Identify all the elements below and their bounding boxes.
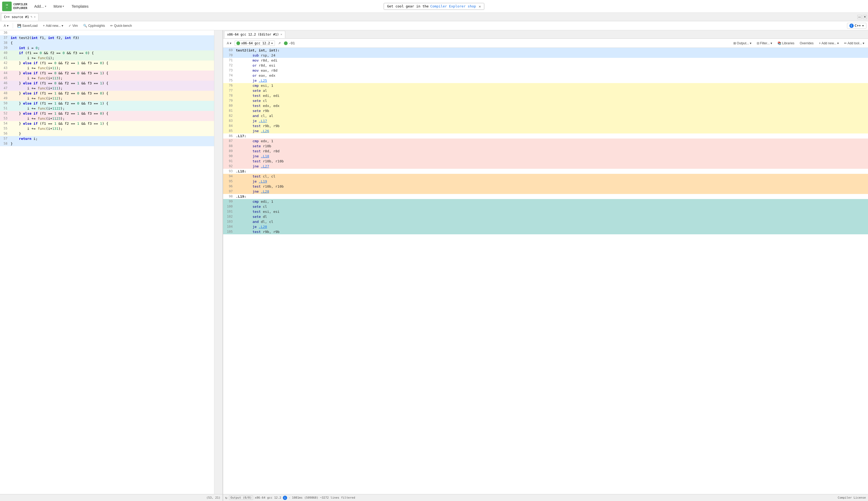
code-line: 43 i += func(i+11); <box>0 65 214 71</box>
asm-line: 71 mov r8d, edi <box>223 58 868 63</box>
asm-line-number: 95 <box>223 179 235 184</box>
reload-icon[interactable]: ↻ <box>225 496 227 500</box>
line-number: 51 <box>0 106 10 111</box>
output-button[interactable]: ⊞ Output... ▾ <box>731 41 754 46</box>
optimization-flags-input[interactable] <box>289 41 302 45</box>
promo-link[interactable]: Compiler Explorer shop <box>430 4 476 8</box>
quick-bench-button[interactable]: ✏ Quick-bench <box>108 23 134 29</box>
filter-icon: ⊟ <box>757 41 759 45</box>
asm-instruction: cmp <box>253 200 259 204</box>
asm-instruction: je <box>253 78 257 83</box>
asm-line-content: mov eax, r8d <box>235 68 868 73</box>
asm-line: 75 je .L25 <box>223 78 868 83</box>
filter-button[interactable]: ⊟ Filter... ▾ <box>755 41 774 46</box>
asm-a-button[interactable]: A ▾ <box>225 41 233 46</box>
asm-line: 73 mov eax, r8d <box>223 68 868 73</box>
code-editor-panel: 3637int test2(int f1, int f2, int f3)38{… <box>0 30 223 501</box>
asm-tab-close[interactable]: ✕ <box>281 33 282 36</box>
asm-instruction: je <box>253 225 257 229</box>
code-line: 36 <box>0 30 214 35</box>
asm-operands: esi, 1 <box>259 84 273 87</box>
asm-line-content: je .L25 <box>235 78 868 83</box>
asm-line-number: 105 <box>223 229 235 234</box>
asm-line-content: sete r10b <box>235 143 868 149</box>
asm-jump-target[interactable]: .L18 <box>261 154 269 158</box>
asm-label: .L18: <box>236 169 246 173</box>
vim-button[interactable]: ✓ Vim <box>66 23 80 29</box>
add-tool-button[interactable]: ✏ Add tool... ▾ <box>842 41 866 46</box>
line-content: } else if (f1 == 0 && f2 == 1 && f3 == 1… <box>10 81 214 86</box>
logo: CE ⚙ COMPILER EXPLORER <box>2 2 27 11</box>
asm-line-number: 75 <box>223 78 235 83</box>
asm-line-content: sete al <box>235 88 868 93</box>
asm-line-number: 100 <box>223 204 235 209</box>
output-caret-icon: ▾ <box>750 41 751 45</box>
line-content: i += func(i+1123); <box>10 116 214 121</box>
asm-jump-target[interactable]: .L20 <box>259 225 267 229</box>
asm-line-content: and dl, cl <box>235 219 868 224</box>
asm-instruction: sete <box>253 215 261 218</box>
asm-operands: cl, cl <box>261 174 275 178</box>
line-number: 45 <box>0 76 10 81</box>
line-number: 57 <box>0 136 10 141</box>
language-selector[interactable]: C C++ ▾ <box>847 23 866 29</box>
editor-a-button[interactable]: A ▾ <box>2 23 11 29</box>
asm-line-content: cmp edi, 1 <box>235 199 868 204</box>
compiler-license[interactable]: Compiler License <box>838 496 866 499</box>
asm-tab[interactable]: x86-64 gcc 12.2 (Editor #1) ✕ <box>224 31 285 38</box>
templates-button[interactable]: Templates <box>69 3 91 10</box>
asm-line: 70 sub rsp, 24 <box>223 53 868 58</box>
libraries-button[interactable]: 📚 Libraries <box>775 41 796 46</box>
compiler-selector[interactable]: x86-64 gcc 12.2 ▾ <box>234 41 275 46</box>
asm-jump-target[interactable]: .L28 <box>261 190 269 193</box>
asm-scroll-area[interactable]: 69test2(int, int, int):70 sub rsp, 2471 … <box>223 48 868 494</box>
asm-line-number: 89 <box>223 149 235 154</box>
asm-instruction: sete <box>253 109 261 113</box>
editor-tab-cpp[interactable]: C++ source #1 ✎ ✕ <box>1 13 39 21</box>
asm-line: 105 test r9b, r9b <box>223 229 868 234</box>
close-window-button[interactable]: ✕ <box>863 15 867 19</box>
add-new-button[interactable]: + Add new... ▾ <box>41 23 65 29</box>
lib-icon: 📚 <box>777 41 782 45</box>
asm-line: 79 sete cl <box>223 98 868 103</box>
asm-instruction: test <box>253 124 261 128</box>
a-caret-icon: ▾ <box>7 24 9 28</box>
code-scroll-area[interactable]: 3637int test2(int f1, int f2, int f3)38{… <box>0 30 214 494</box>
more-button[interactable]: More ▾ <box>51 3 67 10</box>
asm-line: 94 test cl, cl <box>223 174 868 179</box>
promo-close-button[interactable]: ✕ <box>479 4 481 9</box>
editor-tab-close[interactable]: ✕ <box>34 15 36 19</box>
compiler-label: x86-64 gcc 12.2 <box>255 496 281 499</box>
asm-jump-target[interactable]: .L27 <box>261 164 269 168</box>
asm-line: 99 cmp edi, 1 <box>223 199 868 204</box>
overrides-button[interactable]: Overrides <box>798 41 816 46</box>
asm-line: 103 and dl, cl <box>223 219 868 224</box>
asm-line-number: 72 <box>223 63 235 68</box>
save-load-button[interactable]: 💾 Save/Load <box>15 23 40 29</box>
svg-text:CE: CE <box>6 4 8 6</box>
asm-status-bar: ↻ Output (0/0) x86-64 gcc 12.2 i - 1081m… <box>223 494 868 501</box>
asm-operands: r9b, r9b <box>261 230 280 234</box>
line-content: } else if (f1 == 1 && f2 == 0 && f3 == 0… <box>10 91 214 96</box>
asm-jump-target[interactable]: .L17 <box>259 119 267 123</box>
line-content: return i; <box>10 136 214 141</box>
asm-operands: .L28 <box>259 190 269 193</box>
asm-jump-target[interactable]: .L26 <box>261 129 269 133</box>
minimize-button[interactable]: — <box>857 15 861 19</box>
asm-line-number: 92 <box>223 164 235 169</box>
asm-jump-target[interactable]: .L25 <box>259 78 267 83</box>
add-button[interactable]: Add... ▾ <box>32 3 49 10</box>
asm-line-content: jne .L18 <box>235 154 868 159</box>
asm-add-new-button[interactable]: + Add new... ▾ <box>817 41 841 46</box>
bench-icon: ✏ <box>110 24 113 28</box>
open-external-button[interactable]: ↗ <box>276 41 283 46</box>
line-content: i += func(i+131); <box>10 126 214 131</box>
cpp-insights-button[interactable]: 🔍 CppInsights <box>81 23 107 29</box>
asm-jump-target[interactable]: .L19 <box>259 179 267 183</box>
asm-line-content: .L17: <box>235 134 868 139</box>
code-line: 56 } <box>0 131 214 136</box>
output-badge[interactable]: Output (0/0) <box>229 495 253 500</box>
asm-line-number: 87 <box>223 139 235 143</box>
asm-instruction: sete <box>253 99 261 103</box>
asm-line-content: test r8d, r8d <box>235 149 868 154</box>
